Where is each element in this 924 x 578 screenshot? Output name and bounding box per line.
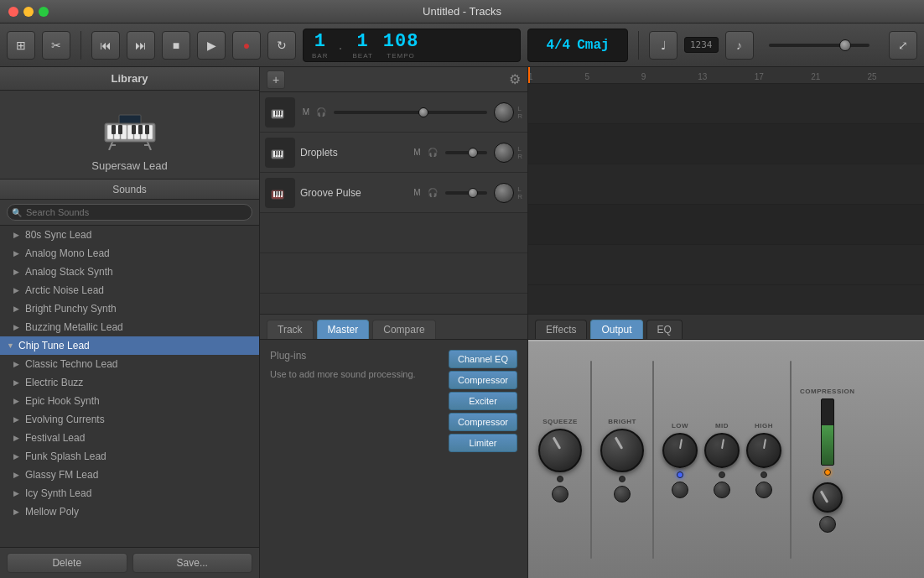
bright-label: BRIGHT	[608, 418, 636, 425]
rewind-button[interactable]: ⏮	[91, 31, 120, 60]
low-sub-knob[interactable]	[672, 482, 688, 498]
tab-compare[interactable]: Compare	[372, 320, 435, 339]
mute-button[interactable]: M	[300, 107, 312, 118]
transport-display[interactable]: 1 BAR . 1 BEAT 108 TEMPO	[303, 29, 521, 62]
stop-button[interactable]: ■	[162, 31, 190, 60]
tab-effects[interactable]: Effects	[535, 320, 587, 339]
plugin-section-title: Plug-ins	[270, 350, 432, 362]
bar-value: 1	[314, 31, 326, 52]
track-pan-knob[interactable]	[494, 143, 514, 163]
play-button[interactable]: ▶	[197, 31, 226, 60]
track-volume-slider[interactable]	[445, 151, 488, 154]
timeline-tracks[interactable]	[528, 84, 924, 314]
headphone-button[interactable]: 🎧	[427, 147, 439, 159]
sound-arrow-icon: ▶	[13, 397, 22, 405]
master-volume[interactable]	[760, 44, 883, 47]
close-button[interactable]	[8, 7, 18, 17]
minimize-button[interactable]	[23, 7, 34, 17]
sound-list-item[interactable]: ▶Bright Punchy Synth	[0, 299, 259, 318]
library-toggle-button[interactable]: ⊞	[7, 31, 35, 60]
track-pan-knob[interactable]	[494, 183, 514, 203]
low-knob[interactable]	[662, 433, 698, 468]
track-row[interactable]: Groove Pulse M 🎧 LR	[260, 173, 527, 213]
sound-list-item[interactable]: ▶Festival Lead	[0, 429, 259, 447]
track-filter-button[interactable]: ⚙	[509, 71, 521, 87]
delete-button[interactable]: Delete	[7, 553, 127, 573]
scissors-button[interactable]: ✂	[42, 31, 70, 60]
mid-sub-knob[interactable]	[714, 482, 730, 498]
toolbar-separator-2	[638, 31, 639, 60]
sound-list-item[interactable]: ▶Electric Buzz	[0, 373, 259, 392]
volume-slider[interactable]	[769, 44, 869, 47]
key-timesig-display[interactable]: 4/4 Cmaj	[527, 29, 628, 62]
sound-list-item[interactable]: ▶Funk Splash Lead	[0, 447, 259, 466]
mute-button[interactable]: M	[412, 187, 423, 199]
tab-eq[interactable]: EQ	[646, 320, 683, 339]
fullscreen-button[interactable]: ⤢	[889, 31, 917, 60]
track-row[interactable]: M 🎧 LR	[260, 92, 527, 133]
sound-list-item[interactable]: ▶Buzzing Metallic Lead	[0, 318, 259, 336]
headphone-button[interactable]: 🎧	[315, 107, 327, 118]
eq-section: LOW MID	[662, 422, 781, 498]
sound-list-item[interactable]: ▶80s Sync Lead	[0, 226, 259, 244]
fast-forward-button[interactable]: ⏭	[127, 31, 155, 60]
compression-meter	[821, 398, 834, 466]
keyboard-icon	[101, 108, 159, 150]
playhead[interactable]	[528, 67, 530, 83]
plugin-limiter[interactable]: Limiter	[449, 434, 517, 452]
plugin-channel-eq[interactable]: Channel EQ	[449, 350, 517, 368]
maximize-button[interactable]	[39, 7, 49, 17]
tab-track[interactable]: Track	[267, 320, 314, 339]
track-pan-knob[interactable]	[494, 102, 514, 122]
plugin-compressor-2[interactable]: Compressor	[449, 413, 517, 431]
sound-list-item[interactable]: ▶Glassy FM Lead	[0, 466, 259, 484]
record-button[interactable]: ●	[232, 31, 261, 60]
sound-list-item[interactable]: ▶Classic Techno Lead	[0, 355, 259, 373]
search-input[interactable]	[7, 204, 252, 221]
sound-list-item[interactable]: ▶Epic Hook Synth	[0, 392, 259, 410]
track-volume-slider[interactable]	[334, 111, 487, 114]
timesig-value: 4/4	[546, 38, 570, 53]
sound-list-item[interactable]: ▶Arctic Noise Lead	[0, 281, 259, 299]
center-panel: + ⚙	[260, 67, 924, 578]
tempo-display[interactable]: 108 TEMPO	[383, 31, 419, 60]
mid-knob[interactable]	[704, 433, 740, 468]
sound-list-item[interactable]: ▶Analog Stack Synth	[0, 263, 259, 281]
timeline-ruler: 1591317212529	[528, 67, 924, 84]
high-sub-knob[interactable]	[755, 482, 772, 498]
window-controls[interactable]	[8, 7, 49, 17]
track-row[interactable]: Droplets M 🎧 LR	[260, 133, 527, 173]
bright-knob[interactable]	[600, 429, 644, 472]
sound-list-item[interactable]: ▼Chip Tune Lead	[0, 336, 259, 355]
sound-list-item[interactable]: ▶Evolving Currents	[0, 410, 259, 429]
tab-master[interactable]: Master	[317, 320, 370, 339]
bright-sub-knob[interactable]	[614, 486, 631, 502]
lr-label: LR	[517, 145, 522, 160]
mute-button[interactable]: M	[412, 147, 423, 159]
volume-thumb[interactable]	[839, 39, 851, 51]
sound-arrow-icon: ▶	[13, 452, 22, 461]
search-bar[interactable]: 🔍	[0, 200, 259, 226]
tab-output[interactable]: Output	[590, 320, 642, 339]
high-knob[interactable]	[746, 433, 781, 468]
plugin-compressor-1[interactable]: Compressor	[449, 371, 517, 389]
midi-button[interactable]: ♩	[649, 31, 677, 60]
save-button[interactable]: Save...	[132, 553, 253, 573]
squeeze-knob[interactable]	[538, 429, 582, 472]
add-track-button[interactable]: +	[267, 70, 285, 89]
sound-item-label: Chip Tune Lead	[18, 340, 90, 351]
timeline[interactable]: 1591317212529	[528, 67, 924, 314]
metronome-button[interactable]: ♪	[725, 31, 754, 60]
sound-list-item[interactable]: ▶Mellow Poly	[0, 502, 259, 521]
squeeze-sub-knob[interactable]	[552, 486, 568, 502]
sound-item-label: 80s Sync Lead	[25, 229, 91, 241]
track-volume-slider[interactable]	[445, 191, 488, 195]
compression-sub-knob[interactable]	[819, 516, 836, 533]
sound-list-item[interactable]: ▶Icy Synth Lead	[0, 484, 259, 502]
compression-knob[interactable]	[812, 482, 843, 513]
headphone-button[interactable]: 🎧	[427, 187, 439, 199]
plugin-exciter[interactable]: Exciter	[449, 392, 517, 410]
beat-value: 1	[357, 31, 369, 52]
sound-list-item[interactable]: ▶Analog Mono Lead	[0, 244, 259, 263]
loop-button[interactable]: ↻	[267, 31, 296, 60]
